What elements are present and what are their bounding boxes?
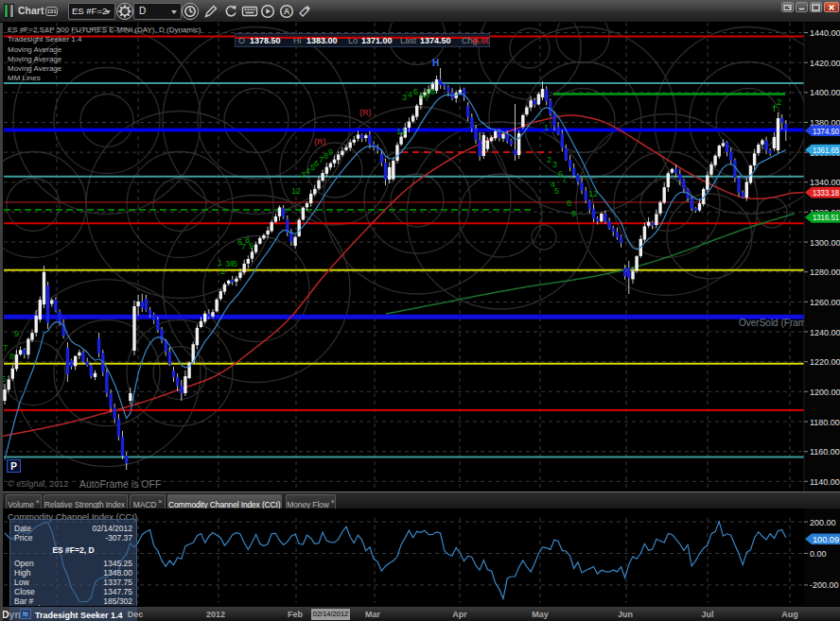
svg-text:100.09: 100.09 bbox=[813, 535, 839, 544]
svg-text:0.00: 0.00 bbox=[810, 549, 827, 559]
svg-text:200.00: 200.00 bbox=[810, 518, 836, 527]
svg-text:-200.00: -200.00 bbox=[810, 580, 839, 590]
